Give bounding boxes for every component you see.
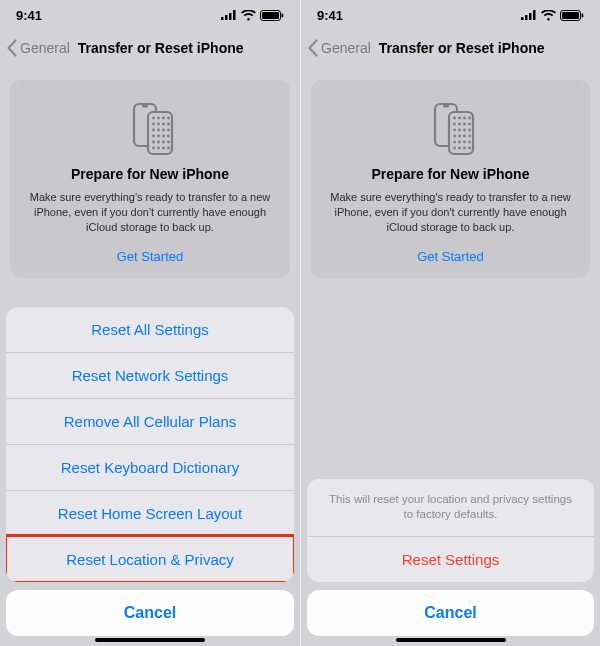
svg-point-58	[463, 135, 466, 138]
svg-rect-40	[582, 13, 584, 17]
svg-point-28	[162, 141, 165, 144]
svg-rect-8	[142, 104, 148, 108]
svg-point-65	[458, 147, 461, 150]
svg-point-52	[453, 129, 456, 132]
confirm-group: This will reset your location and privac…	[307, 479, 594, 582]
svg-point-30	[152, 147, 155, 150]
svg-point-18	[152, 129, 155, 132]
svg-point-22	[152, 135, 155, 138]
svg-rect-3	[233, 10, 236, 20]
cellular-icon	[221, 10, 237, 20]
svg-point-14	[152, 123, 155, 126]
two-phones-icon	[421, 100, 481, 156]
svg-point-32	[162, 147, 165, 150]
reset-network-settings[interactable]: Reset Network Settings	[6, 352, 294, 398]
status-time: 9:41	[317, 8, 343, 23]
get-started-link[interactable]: Get Started	[24, 249, 276, 264]
svg-point-23	[157, 135, 160, 138]
svg-point-26	[152, 141, 155, 144]
svg-point-47	[468, 117, 471, 120]
svg-point-55	[468, 129, 471, 132]
reset-keyboard-dictionary[interactable]: Reset Keyboard Dictionary	[6, 444, 294, 490]
reset-home-screen-layout[interactable]: Reset Home Screen Layout	[6, 490, 294, 536]
prepare-card: Prepare for New iPhone Make sure everyth…	[311, 80, 590, 278]
remove-all-cellular-plans[interactable]: Remove All Cellular Plans	[6, 398, 294, 444]
svg-point-51	[468, 123, 471, 126]
screenshot-right: 9:41 General Transfer or Reset iPhone	[300, 0, 600, 646]
svg-rect-39	[562, 12, 579, 19]
svg-point-46	[463, 117, 466, 120]
cancel-group: Cancel	[307, 590, 594, 636]
card-title: Prepare for New iPhone	[24, 166, 276, 182]
svg-point-33	[167, 147, 170, 150]
svg-rect-6	[282, 13, 284, 17]
svg-point-17	[167, 123, 170, 126]
battery-icon	[560, 10, 584, 21]
card-desc: Make sure everything's ready to transfer…	[325, 190, 576, 235]
svg-rect-1	[225, 15, 228, 20]
nav-bar: General Transfer or Reset iPhone	[301, 30, 600, 66]
svg-point-10	[152, 117, 155, 120]
svg-rect-2	[229, 13, 232, 20]
screenshot-left: 9:41 General Transfer or Reset iPhone	[0, 0, 300, 646]
home-indicator[interactable]	[396, 638, 506, 642]
svg-point-13	[167, 117, 170, 120]
svg-rect-42	[443, 104, 449, 108]
svg-rect-35	[525, 15, 528, 20]
svg-rect-36	[529, 13, 532, 20]
svg-point-61	[458, 141, 461, 144]
status-icons	[221, 10, 284, 21]
svg-rect-5	[262, 12, 279, 19]
svg-point-63	[468, 141, 471, 144]
svg-rect-34	[521, 17, 524, 20]
svg-rect-37	[533, 10, 536, 20]
two-phones-icon	[120, 100, 180, 156]
svg-point-27	[157, 141, 160, 144]
reset-options-group: Reset All Settings Reset Network Setting…	[6, 307, 294, 582]
wifi-icon	[541, 10, 556, 21]
cancel-button[interactable]: Cancel	[307, 590, 594, 636]
reset-location-privacy[interactable]: Reset Location & Privacy	[6, 536, 294, 582]
svg-point-45	[458, 117, 461, 120]
svg-point-62	[463, 141, 466, 144]
svg-point-12	[162, 117, 165, 120]
svg-point-20	[162, 129, 165, 132]
svg-point-54	[463, 129, 466, 132]
status-time: 9:41	[16, 8, 42, 23]
svg-point-21	[167, 129, 170, 132]
svg-point-57	[458, 135, 461, 138]
svg-point-19	[157, 129, 160, 132]
svg-point-56	[453, 135, 456, 138]
nav-back-label: General	[321, 40, 371, 56]
nav-title: Transfer or Reset iPhone	[78, 40, 244, 56]
battery-icon	[260, 10, 284, 21]
svg-point-60	[453, 141, 456, 144]
svg-point-44	[453, 117, 456, 120]
svg-point-11	[157, 117, 160, 120]
home-indicator[interactable]	[95, 638, 205, 642]
reset-all-settings[interactable]: Reset All Settings	[6, 307, 294, 352]
svg-point-15	[157, 123, 160, 126]
status-bar: 9:41	[0, 0, 300, 30]
svg-point-29	[167, 141, 170, 144]
svg-point-59	[468, 135, 471, 138]
nav-back-button[interactable]: General	[307, 39, 371, 57]
confirm-action-sheet: This will reset your location and privac…	[307, 479, 594, 636]
svg-point-48	[453, 123, 456, 126]
svg-point-50	[463, 123, 466, 126]
svg-rect-0	[221, 17, 224, 20]
nav-back-button[interactable]: General	[6, 39, 70, 57]
chevron-left-icon	[6, 39, 18, 57]
svg-point-31	[157, 147, 160, 150]
confirm-message: This will reset your location and privac…	[307, 479, 594, 536]
svg-point-53	[458, 129, 461, 132]
svg-point-49	[458, 123, 461, 126]
cancel-button[interactable]: Cancel	[6, 590, 294, 636]
card-title: Prepare for New iPhone	[325, 166, 576, 182]
prepare-card: Prepare for New iPhone Make sure everyth…	[10, 80, 290, 278]
reset-settings-button[interactable]: Reset Settings	[307, 536, 594, 582]
cellular-icon	[521, 10, 537, 20]
get-started-link[interactable]: Get Started	[325, 249, 576, 264]
nav-bar: General Transfer or Reset iPhone	[0, 30, 300, 66]
status-bar: 9:41	[301, 0, 600, 30]
